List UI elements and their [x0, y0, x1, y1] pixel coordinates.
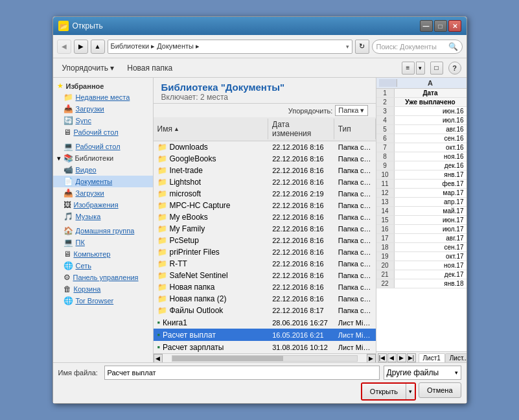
- col-header-name[interactable]: Имя ▲: [154, 119, 269, 139]
- open-dropdown-button[interactable]: ▾: [406, 384, 415, 399]
- search-bar[interactable]: Поиск: Документы 🔍: [372, 40, 463, 54]
- nav-item-pc[interactable]: 💻 ПК: [53, 237, 153, 248]
- nav-item-control-panel[interactable]: ⚙ Панель управления: [53, 272, 153, 283]
- folder-icon: 📁: [157, 294, 167, 303]
- trash-label: Корзина: [74, 285, 101, 293]
- address-dropdown-icon[interactable]: ▾: [346, 43, 349, 50]
- up-button[interactable]: ▲: [91, 40, 105, 54]
- ss-cell[interactable]: июн.16: [395, 107, 467, 115]
- file-list-body[interactable]: 📁Downloads22.12.2016 8:16Папка с ф...📁Go…: [154, 141, 376, 353]
- order-dropdown[interactable]: Папка ▾: [335, 105, 367, 116]
- ss-cell[interactable]: Уже выплачено: [395, 98, 467, 106]
- close-button[interactable]: ✕: [448, 20, 461, 32]
- nav-item-video[interactable]: 📹 Видео: [53, 164, 153, 176]
- ss-tab-1[interactable]: Лист1: [419, 353, 445, 362]
- ss-cell[interactable]: май.17: [395, 207, 467, 215]
- ss-row: 12мар.17: [376, 189, 467, 198]
- ss-cell[interactable]: окт.16: [395, 143, 467, 152]
- file-row[interactable]: 📁PcSetup22.12.2016 8:16Папка с ф...: [154, 235, 376, 246]
- nav-item-tor[interactable]: 🌐 Tor Browser: [53, 295, 153, 307]
- file-row[interactable]: 📁Новая папка (2)22.12.2016 8:16Папка с ф…: [154, 293, 376, 305]
- back-button[interactable]: ◀: [57, 40, 71, 54]
- ss-cell[interactable]: авг.16: [395, 125, 467, 134]
- nav-item-computer[interactable]: 🖥 Компьютер: [53, 248, 153, 260]
- view-dropdown-button[interactable]: ▾: [416, 62, 425, 75]
- ss-cell[interactable]: июн.17: [395, 216, 467, 224]
- minimize-button[interactable]: —: [420, 20, 433, 32]
- pc-icon: 💻: [63, 238, 73, 247]
- h-scroll-left[interactable]: ◀: [154, 354, 163, 363]
- file-row[interactable]: 📁Downloads22.12.2016 8:16Папка с ф...: [154, 141, 376, 153]
- ss-cell[interactable]: сен.17: [395, 243, 467, 251]
- ss-cell[interactable]: ноя.16: [395, 152, 467, 161]
- ss-nav-first[interactable]: |◀: [378, 353, 387, 362]
- refresh-button[interactable]: ↻: [355, 40, 369, 54]
- file-row[interactable]: 📁My Family22.12.2016 8:16Папка с ф...: [154, 223, 376, 235]
- ss-cell[interactable]: авг.17: [395, 234, 467, 242]
- nav-item-music[interactable]: 🎵 Музыка: [53, 211, 153, 222]
- nav-item-network[interactable]: 🌐 Сеть: [53, 260, 153, 272]
- maximize-button[interactable]: □: [434, 20, 447, 32]
- ss-cell[interactable]: дек.17: [395, 270, 467, 279]
- ss-cell[interactable]: мар.17: [395, 189, 467, 197]
- nav-item-downloads2[interactable]: 📥 Загрузки: [53, 187, 153, 199]
- file-row[interactable]: 📁priPrinter Files22.12.2016 8:16Папка с …: [154, 246, 376, 258]
- file-row[interactable]: ▪Книга128.06.2016 16:27Лист Mic...: [154, 316, 376, 329]
- ss-cell[interactable]: ноя.17: [395, 261, 467, 270]
- file-row[interactable]: 📁My eBooks22.12.2016 8:16Папка с ф...: [154, 211, 376, 223]
- forward-button[interactable]: ▶: [74, 40, 88, 54]
- file-row[interactable]: 📁Новая папка22.12.2016 8:16Папка с ф...: [154, 281, 376, 293]
- libraries-icon: 📚: [63, 154, 73, 163]
- file-row[interactable]: ▪Расчет выплат16.05.2016 6:21Лист Mic...: [154, 329, 376, 341]
- address-bar[interactable]: Библиотеки ▸ Документы ▸ ▾: [108, 40, 352, 54]
- ss-cell[interactable]: янв.17: [395, 170, 467, 179]
- filetype-dropdown[interactable]: Другие файлы ▾: [384, 366, 461, 380]
- address-text: Библиотеки ▸ Документы ▸: [111, 42, 343, 51]
- h-scroll-track[interactable]: [172, 355, 358, 362]
- file-row[interactable]: 📁Lightshot22.12.2016 8:16Папка с ф...: [154, 176, 376, 188]
- new-folder-button[interactable]: Новая папка: [123, 62, 176, 74]
- cancel-button[interactable]: Отмена: [419, 382, 461, 398]
- nav-item-images[interactable]: 🖼 Изображения: [53, 199, 153, 211]
- col-header-type[interactable]: Тип: [334, 119, 376, 139]
- ss-nav-last[interactable]: ▶|: [407, 353, 416, 362]
- file-row[interactable]: 📁Файлы Outlook22.12.2016 8:17Папка с ф..…: [154, 305, 376, 316]
- nav-item-sync[interactable]: 🔄 Sync: [53, 115, 153, 126]
- ss-cell[interactable]: дек.16: [395, 161, 467, 170]
- file-row[interactable]: 📁microsoft22.12.2016 2:19Папка с ф...: [154, 188, 376, 200]
- nav-item-desktop-fav[interactable]: 🖥 Рабочий стол: [53, 126, 153, 138]
- help-button[interactable]: ?: [448, 62, 461, 75]
- file-row[interactable]: 📁SafeNet Sentinel22.12.2016 8:16Папка с …: [154, 270, 376, 281]
- file-type: Папка с ф...: [334, 236, 376, 245]
- nav-item-trash[interactable]: 🗑 Корзина: [53, 283, 153, 295]
- nav-item-homegroup[interactable]: 🏠 Домашняя группа: [53, 225, 153, 237]
- ss-cell[interactable]: июл.16: [395, 116, 467, 124]
- nav-item-documents[interactable]: 📄 Документы: [53, 176, 153, 187]
- preview-button[interactable]: □: [430, 62, 443, 75]
- ss-cell[interactable]: янв.18: [395, 279, 467, 288]
- ss-cell[interactable]: Дата: [395, 89, 467, 97]
- ss-tab-2[interactable]: Лист...: [445, 353, 467, 362]
- ss-cell[interactable]: сен.16: [395, 134, 467, 143]
- nav-item-downloads[interactable]: 📥 Загрузки: [53, 103, 153, 115]
- ss-cell[interactable]: июл.17: [395, 225, 467, 233]
- file-row[interactable]: 📁R-TT22.12.2016 8:16Папка с ф...: [154, 258, 376, 270]
- ss-nav-next[interactable]: ▶: [397, 353, 406, 362]
- file-row[interactable]: 📁Inet-trade22.12.2016 8:16Папка с ф...: [154, 165, 376, 176]
- filename-input[interactable]: [104, 366, 380, 380]
- ss-cell[interactable]: апр.17: [395, 198, 467, 206]
- file-row[interactable]: ▪Расчет зарплаты31.08.2016 10:12Лист Mic…: [154, 341, 376, 353]
- file-row[interactable]: 📁MPC-HC Capture22.12.2016 8:16Папка с ф.…: [154, 200, 376, 211]
- view-list-button[interactable]: ≡: [402, 62, 415, 75]
- horizontal-scrollbar[interactable]: ◀ ▶: [154, 353, 376, 362]
- ss-cell[interactable]: фев.17: [395, 180, 467, 188]
- h-scroll-right[interactable]: ▶: [367, 354, 376, 363]
- col-header-date[interactable]: Дата изменения: [268, 119, 334, 139]
- nav-item-desktop[interactable]: 💻 Рабочий стол: [53, 141, 153, 152]
- file-row[interactable]: 📁GoogleBooks22.12.2016 8:16Папка с ф...: [154, 153, 376, 165]
- ss-cell[interactable]: окт.17: [395, 252, 467, 261]
- open-button[interactable]: Открыть: [362, 384, 406, 399]
- ss-nav-prev[interactable]: ◀: [387, 353, 397, 362]
- nav-item-recent[interactable]: 📁 Недавние места: [53, 91, 153, 103]
- organize-button[interactable]: Упорядочить ▾: [58, 62, 119, 74]
